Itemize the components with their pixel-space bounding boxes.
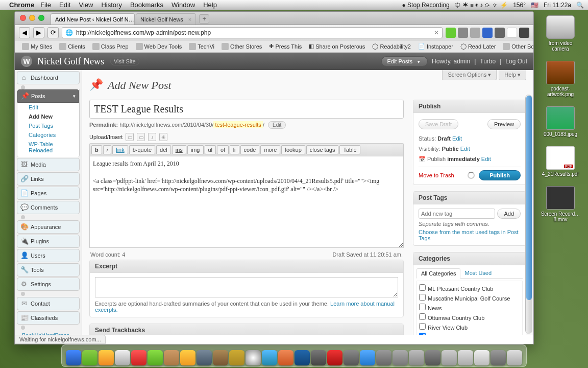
bookmark-item[interactable]: ◯ Readability2 xyxy=(369,42,414,51)
dock-app[interactable] xyxy=(229,350,244,365)
dock-app[interactable] xyxy=(491,350,506,365)
dock-safari[interactable] xyxy=(360,350,375,365)
qt-table[interactable]: Table xyxy=(339,145,360,154)
save-draft-button[interactable]: Save Draft xyxy=(419,119,458,129)
preview-button[interactable]: Preview xyxy=(487,119,521,129)
sidebar-settings[interactable]: ⚙Settings xyxy=(17,278,80,291)
category-checkbox[interactable]: Muscatine Municipal Golf Course xyxy=(419,293,520,303)
bookmark-folder[interactable]: My Sites xyxy=(19,42,55,51)
sidebar-posts-tags[interactable]: Post Tags xyxy=(17,121,79,130)
permalink-slug[interactable]: test-league-results xyxy=(213,121,263,128)
categories-tab-all[interactable]: All Categories xyxy=(416,268,460,279)
excerpt-textarea[interactable] xyxy=(95,277,398,297)
dock-app[interactable] xyxy=(99,350,114,365)
dock-app[interactable] xyxy=(115,350,130,365)
sidebar-appearance[interactable]: 🎨Appearance xyxy=(17,220,80,234)
bookmark-item[interactable]: ◯ Read Later xyxy=(457,42,499,51)
dock-app[interactable] xyxy=(213,350,228,365)
menubar-clock[interactable]: Fri 11:22a xyxy=(544,2,571,9)
category-checkbox[interactable]: River View Club xyxy=(419,322,520,332)
wrench-icon[interactable] xyxy=(519,28,529,38)
menu-help[interactable]: Help xyxy=(203,1,217,9)
bookmark-item[interactable]: ✚ Press This xyxy=(266,42,305,51)
logout-link[interactable]: Log Out xyxy=(505,58,527,65)
browser-tab[interactable]: Nickel Golf News× xyxy=(136,13,196,25)
reload-button[interactable]: ⟳ xyxy=(47,27,59,38)
publish-heading[interactable]: Publish xyxy=(413,100,526,113)
sidebar-users[interactable]: 👤Users xyxy=(17,249,80,262)
desktop-icon-camera[interactable]: from video camera xyxy=(540,15,581,52)
browser-tab-active[interactable]: Add New Post ‹ Nickel Golf N…× xyxy=(51,13,135,25)
extension-icon[interactable] xyxy=(470,28,480,38)
sidebar-posts-categories[interactable]: Categories xyxy=(17,130,79,140)
tag-input[interactable] xyxy=(419,209,495,219)
qt-ins[interactable]: ins xyxy=(172,145,186,154)
sidebar-classifieds[interactable]: 📰Classifieds xyxy=(17,311,80,325)
dock-app[interactable] xyxy=(327,350,342,365)
category-checkbox[interactable]: Sheaffer Memorial Golf Course xyxy=(419,332,520,335)
dock-app[interactable] xyxy=(82,350,97,365)
qt-link[interactable]: link xyxy=(112,145,128,154)
wordpress-logo-icon[interactable]: W xyxy=(21,56,32,67)
dock-app[interactable] xyxy=(180,350,195,365)
sidebar-plugins[interactable]: 🔌Plugins xyxy=(17,235,80,248)
url-bar[interactable]: 🌐 http://nickelgolfnews.com/wp-admin/pos… xyxy=(62,27,443,38)
permalink-edit-button[interactable]: Edit xyxy=(268,121,286,129)
category-checkbox[interactable]: News xyxy=(419,303,520,312)
window-minimize-button[interactable] xyxy=(29,15,35,21)
sidebar-contact[interactable]: ✉Contact xyxy=(17,297,80,310)
dock-finder[interactable] xyxy=(66,350,81,365)
menu-edit[interactable]: Edit xyxy=(59,1,70,9)
extension-icon[interactable] xyxy=(446,28,456,38)
category-checkbox[interactable]: Ottumwa Country Club xyxy=(419,312,520,322)
dock-app[interactable] xyxy=(164,350,179,365)
bookmark-item[interactable]: 📄 Instapaper xyxy=(415,42,456,51)
forward-button[interactable]: ▶ xyxy=(33,27,44,38)
qt-img[interactable]: img xyxy=(187,145,204,154)
extension-icon[interactable] xyxy=(507,28,517,38)
add-audio-icon[interactable]: ♪ xyxy=(148,133,156,141)
desktop-icon-podcast-artwork[interactable]: podcast-artwork.png xyxy=(540,61,581,97)
desktop-icon-mov[interactable]: Screen Record…8.mov xyxy=(540,186,581,222)
window-zoom-button[interactable] xyxy=(38,15,44,21)
other-bookmarks[interactable]: Other Bookmarks xyxy=(500,42,534,51)
dock-app[interactable] xyxy=(393,350,408,365)
menu-file[interactable]: File xyxy=(40,1,51,9)
turbo-link[interactable]: Turbo xyxy=(480,58,496,65)
sidebar-media[interactable]: 🖼Media xyxy=(17,158,80,171)
flag-icon[interactable]: 🇺🇸 xyxy=(531,2,538,9)
dock-app[interactable] xyxy=(409,350,424,365)
extension-icon[interactable] xyxy=(482,28,493,38)
page-scrollbar[interactable] xyxy=(525,95,532,334)
bookmark-folder[interactable]: Clients xyxy=(56,42,88,51)
qt-closetags[interactable]: close tags xyxy=(306,145,339,154)
qt-ol[interactable]: ol xyxy=(217,145,229,154)
category-checkbox[interactable]: Mt. Pleasant Country Club xyxy=(419,283,520,293)
menu-history[interactable]: History xyxy=(101,1,121,9)
sidebar-dashboard[interactable]: ⌂Dashboard xyxy=(17,71,80,84)
dock-app[interactable] xyxy=(262,350,277,365)
menu-bookmarks[interactable]: Bookmarks xyxy=(130,1,163,9)
sidebar-links[interactable]: 🔗Links xyxy=(17,172,80,186)
post-title-input[interactable] xyxy=(89,100,404,119)
stop-loading-icon[interactable]: ✕ xyxy=(434,29,439,36)
sidebar-posts-edit[interactable]: Edit xyxy=(17,103,79,112)
sidebar-wptable[interactable]: WP-Table Reloaded xyxy=(17,140,79,155)
dock-ical[interactable] xyxy=(131,350,146,365)
profile-link[interactable]: admin xyxy=(453,58,470,65)
edit-status-link[interactable]: Edit xyxy=(452,135,462,142)
choose-tags-link[interactable]: Choose from the most used tags in Post T… xyxy=(419,229,519,241)
bookmark-item[interactable]: ◧ Share on Posterous xyxy=(306,42,368,51)
extension-icon[interactable] xyxy=(458,28,468,38)
dock-photoshop[interactable] xyxy=(295,350,310,365)
menu-view[interactable]: View xyxy=(79,1,93,9)
site-title[interactable]: Nickel Golf News xyxy=(37,56,104,67)
dock-app[interactable] xyxy=(197,350,212,365)
edit-schedule-link[interactable]: Edit xyxy=(481,156,491,162)
categories-heading[interactable]: Categories xyxy=(413,252,526,265)
qt-del[interactable]: del xyxy=(156,145,171,154)
app-name[interactable]: Chrome xyxy=(9,1,34,9)
sidebar-posts-addnew[interactable]: Add New xyxy=(17,112,79,121)
sidebar-posts[interactable]: 📌Posts▾ xyxy=(17,89,79,103)
visit-site-button[interactable]: Visit Site xyxy=(110,57,139,65)
